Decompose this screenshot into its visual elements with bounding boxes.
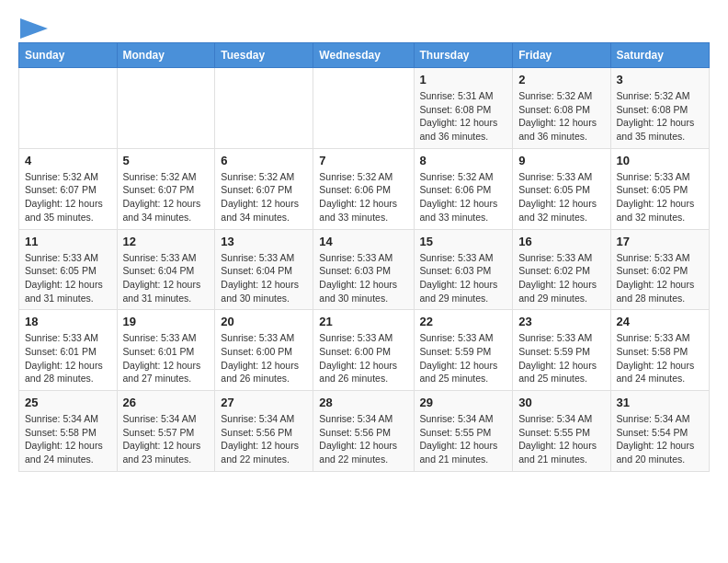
calendar-day-6: 6Sunrise: 5:32 AM Sunset: 6:07 PM Daylig… — [215, 148, 313, 229]
day-number: 1 — [420, 73, 507, 86]
calendar-day-12: 12Sunrise: 5:33 AM Sunset: 6:04 PM Dayli… — [117, 229, 215, 310]
svg-marker-0 — [20, 18, 48, 39]
calendar-day-empty — [117, 68, 215, 149]
day-content: Sunrise: 5:31 AM Sunset: 6:08 PM Dayligh… — [420, 89, 507, 144]
column-header-monday: Monday — [117, 43, 215, 68]
column-header-thursday: Thursday — [414, 43, 513, 68]
calendar-header-row: SundayMondayTuesdayWednesdayThursdayFrid… — [19, 43, 710, 68]
calendar-day-4: 4Sunrise: 5:32 AM Sunset: 6:07 PM Daylig… — [19, 148, 118, 229]
day-content: Sunrise: 5:33 AM Sunset: 5:59 PM Dayligh… — [420, 331, 507, 385]
day-number: 26 — [123, 396, 210, 409]
calendar-day-25: 25Sunrise: 5:34 AM Sunset: 5:58 PM Dayli… — [19, 391, 118, 472]
day-content: Sunrise: 5:33 AM Sunset: 6:05 PM Dayligh… — [25, 251, 111, 305]
calendar-week-row: 25Sunrise: 5:34 AM Sunset: 5:58 PM Dayli… — [19, 391, 710, 472]
day-number: 15 — [420, 235, 507, 248]
day-number: 27 — [221, 396, 307, 409]
day-number: 5 — [123, 154, 210, 167]
day-content: Sunrise: 5:33 AM Sunset: 6:00 PM Dayligh… — [221, 331, 307, 385]
calendar-day-28: 28Sunrise: 5:34 AM Sunset: 5:56 PM Dayli… — [313, 391, 414, 472]
calendar-day-26: 26Sunrise: 5:34 AM Sunset: 5:57 PM Dayli… — [117, 391, 215, 472]
column-header-saturday: Saturday — [610, 43, 709, 68]
day-content: Sunrise: 5:33 AM Sunset: 6:01 PM Dayligh… — [25, 331, 111, 385]
calendar-day-5: 5Sunrise: 5:32 AM Sunset: 6:07 PM Daylig… — [117, 148, 215, 229]
day-content: Sunrise: 5:32 AM Sunset: 6:08 PM Dayligh… — [617, 89, 703, 144]
calendar-day-27: 27Sunrise: 5:34 AM Sunset: 5:56 PM Dayli… — [215, 391, 313, 472]
day-number: 18 — [25, 315, 111, 328]
column-header-sunday: Sunday — [19, 43, 118, 68]
calendar-day-3: 3Sunrise: 5:32 AM Sunset: 6:08 PM Daylig… — [610, 68, 709, 149]
page-header — [18, 18, 710, 35]
day-number: 28 — [319, 396, 407, 409]
day-content: Sunrise: 5:33 AM Sunset: 6:05 PM Dayligh… — [617, 170, 703, 224]
day-number: 10 — [617, 154, 703, 167]
day-number: 8 — [420, 154, 507, 167]
day-content: Sunrise: 5:32 AM Sunset: 6:07 PM Dayligh… — [123, 170, 210, 224]
day-number: 21 — [319, 315, 407, 328]
calendar-day-10: 10Sunrise: 5:33 AM Sunset: 6:05 PM Dayli… — [610, 148, 709, 229]
day-number: 30 — [518, 396, 604, 409]
day-number: 2 — [518, 73, 604, 86]
day-content: Sunrise: 5:32 AM Sunset: 6:06 PM Dayligh… — [319, 170, 407, 224]
day-content: Sunrise: 5:33 AM Sunset: 6:03 PM Dayligh… — [420, 251, 507, 305]
day-content: Sunrise: 5:34 AM Sunset: 5:55 PM Dayligh… — [518, 412, 604, 466]
day-number: 7 — [319, 154, 407, 167]
day-number: 13 — [221, 235, 307, 248]
column-header-wednesday: Wednesday — [313, 43, 414, 68]
calendar-day-15: 15Sunrise: 5:33 AM Sunset: 6:03 PM Dayli… — [414, 229, 513, 310]
calendar-day-1: 1Sunrise: 5:31 AM Sunset: 6:08 PM Daylig… — [414, 68, 513, 149]
day-content: Sunrise: 5:33 AM Sunset: 6:04 PM Dayligh… — [221, 251, 307, 305]
day-number: 20 — [221, 315, 307, 328]
day-number: 22 — [420, 315, 507, 328]
day-number: 4 — [25, 154, 111, 167]
calendar-day-29: 29Sunrise: 5:34 AM Sunset: 5:55 PM Dayli… — [414, 391, 513, 472]
calendar-day-2: 2Sunrise: 5:32 AM Sunset: 6:08 PM Daylig… — [513, 68, 610, 149]
day-content: Sunrise: 5:33 AM Sunset: 5:58 PM Dayligh… — [617, 331, 703, 385]
day-content: Sunrise: 5:34 AM Sunset: 5:55 PM Dayligh… — [420, 412, 507, 466]
day-number: 9 — [518, 154, 604, 167]
day-content: Sunrise: 5:33 AM Sunset: 6:02 PM Dayligh… — [518, 251, 604, 305]
calendar-day-empty — [19, 68, 118, 149]
day-content: Sunrise: 5:33 AM Sunset: 5:59 PM Dayligh… — [518, 331, 604, 385]
day-number: 31 — [617, 396, 703, 409]
day-number: 24 — [617, 315, 703, 328]
calendar-day-17: 17Sunrise: 5:33 AM Sunset: 6:02 PM Dayli… — [610, 229, 709, 310]
calendar-day-13: 13Sunrise: 5:33 AM Sunset: 6:04 PM Dayli… — [215, 229, 313, 310]
day-content: Sunrise: 5:32 AM Sunset: 6:08 PM Dayligh… — [518, 89, 604, 144]
day-number: 14 — [319, 235, 407, 248]
day-content: Sunrise: 5:32 AM Sunset: 6:07 PM Dayligh… — [221, 170, 307, 224]
day-content: Sunrise: 5:32 AM Sunset: 6:06 PM Dayligh… — [420, 170, 507, 224]
column-header-friday: Friday — [513, 43, 610, 68]
day-content: Sunrise: 5:32 AM Sunset: 6:07 PM Dayligh… — [25, 170, 111, 224]
calendar-day-11: 11Sunrise: 5:33 AM Sunset: 6:05 PM Dayli… — [19, 229, 118, 310]
calendar-day-30: 30Sunrise: 5:34 AM Sunset: 5:55 PM Dayli… — [513, 391, 610, 472]
logo-arrow-icon — [20, 18, 48, 39]
day-content: Sunrise: 5:33 AM Sunset: 6:02 PM Dayligh… — [617, 251, 703, 305]
day-content: Sunrise: 5:33 AM Sunset: 6:01 PM Dayligh… — [123, 331, 210, 385]
calendar-table: SundayMondayTuesdayWednesdayThursdayFrid… — [18, 42, 710, 472]
calendar-day-21: 21Sunrise: 5:33 AM Sunset: 6:00 PM Dayli… — [313, 310, 414, 391]
day-number: 23 — [518, 315, 604, 328]
calendar-day-empty — [215, 68, 313, 149]
calendar-day-14: 14Sunrise: 5:33 AM Sunset: 6:03 PM Dayli… — [313, 229, 414, 310]
day-content: Sunrise: 5:33 AM Sunset: 6:05 PM Dayligh… — [518, 170, 604, 224]
calendar-day-19: 19Sunrise: 5:33 AM Sunset: 6:01 PM Dayli… — [117, 310, 215, 391]
day-content: Sunrise: 5:34 AM Sunset: 5:56 PM Dayligh… — [319, 412, 407, 466]
calendar-day-22: 22Sunrise: 5:33 AM Sunset: 5:59 PM Dayli… — [414, 310, 513, 391]
calendar-week-row: 18Sunrise: 5:33 AM Sunset: 6:01 PM Dayli… — [19, 310, 710, 391]
calendar-week-row: 11Sunrise: 5:33 AM Sunset: 6:05 PM Dayli… — [19, 229, 710, 310]
logo — [18, 18, 48, 35]
day-content: Sunrise: 5:33 AM Sunset: 6:03 PM Dayligh… — [319, 251, 407, 305]
day-number: 16 — [518, 235, 604, 248]
day-number: 29 — [420, 396, 507, 409]
calendar-week-row: 4Sunrise: 5:32 AM Sunset: 6:07 PM Daylig… — [19, 148, 710, 229]
day-content: Sunrise: 5:34 AM Sunset: 5:54 PM Dayligh… — [617, 412, 703, 466]
calendar-day-7: 7Sunrise: 5:32 AM Sunset: 6:06 PM Daylig… — [313, 148, 414, 229]
day-content: Sunrise: 5:33 AM Sunset: 6:04 PM Dayligh… — [123, 251, 210, 305]
day-content: Sunrise: 5:34 AM Sunset: 5:57 PM Dayligh… — [123, 412, 210, 466]
calendar-week-row: 1Sunrise: 5:31 AM Sunset: 6:08 PM Daylig… — [19, 68, 710, 149]
calendar-day-20: 20Sunrise: 5:33 AM Sunset: 6:00 PM Dayli… — [215, 310, 313, 391]
day-number: 11 — [25, 235, 111, 248]
calendar-day-9: 9Sunrise: 5:33 AM Sunset: 6:05 PM Daylig… — [513, 148, 610, 229]
calendar-day-16: 16Sunrise: 5:33 AM Sunset: 6:02 PM Dayli… — [513, 229, 610, 310]
calendar-day-31: 31Sunrise: 5:34 AM Sunset: 5:54 PM Dayli… — [610, 391, 709, 472]
